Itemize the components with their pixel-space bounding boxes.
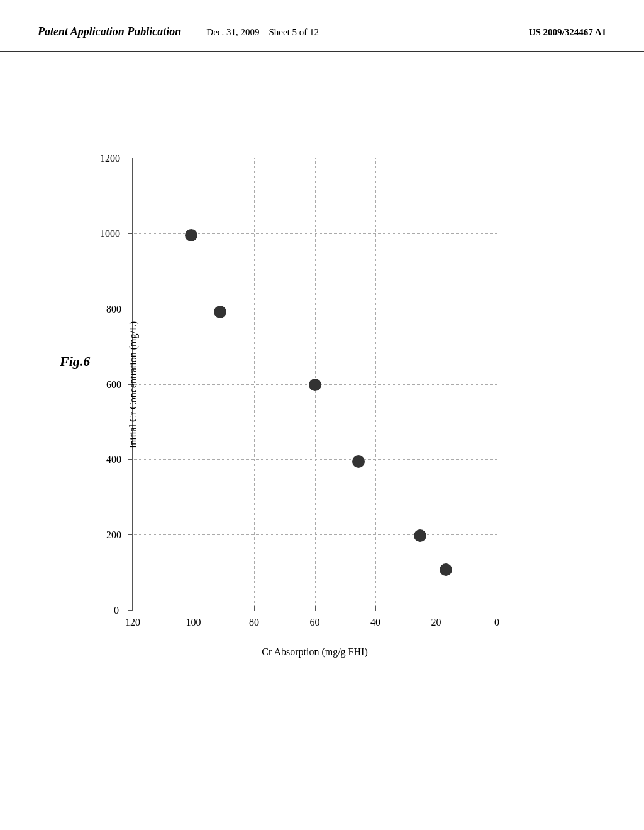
page-header: Patent Application Publication Dec. 31, … <box>0 0 644 52</box>
grid-line-v-5 <box>436 158 436 611</box>
x-axis-title-container: Cr Absorption (mg/g FHI) <box>133 646 497 658</box>
data-point-2 <box>214 306 226 318</box>
x-label-100: 100 <box>186 617 201 628</box>
grid-line-v-6 <box>497 158 497 611</box>
y-axis-title: Initial Cr Concentration (mg/L) <box>128 321 139 448</box>
x-label-20: 20 <box>431 617 441 628</box>
data-point-3 <box>309 379 321 391</box>
publication-date: Dec. 31, 2009 Sheet 5 of 12 <box>206 27 503 38</box>
data-point-4 <box>352 455 365 468</box>
x-tick-6 <box>497 606 497 611</box>
data-point-6 <box>440 563 452 576</box>
patent-number: US 2009/324467 A1 <box>529 27 606 38</box>
x-label-120: 120 <box>125 617 140 628</box>
grid-line-v-2 <box>254 158 255 611</box>
chart-wrapper: 120 100 80 60 40 20 0 0 200 400 600 800 <box>107 146 547 680</box>
page-content: Fig.6 120 100 80 <box>0 52 644 830</box>
x-tick-5 <box>436 606 436 611</box>
data-point-5 <box>414 529 426 542</box>
x-tick-2 <box>254 606 255 611</box>
x-label-0: 0 <box>494 617 499 628</box>
x-label-80: 80 <box>249 617 259 628</box>
x-axis-title: Cr Absorption (mg/g FHI) <box>262 646 367 657</box>
x-tick-3 <box>315 606 316 611</box>
chart-area: 120 100 80 60 40 20 0 0 200 400 600 800 <box>132 158 497 611</box>
x-label-40: 40 <box>370 617 380 628</box>
x-label-60: 60 <box>310 617 320 628</box>
publication-title: Patent Application Publication <box>38 25 181 38</box>
x-tick-4 <box>375 606 376 611</box>
grid-line-v-4 <box>375 158 376 611</box>
y-axis-title-container: Initial Cr Concentration (mg/L) <box>70 158 197 611</box>
